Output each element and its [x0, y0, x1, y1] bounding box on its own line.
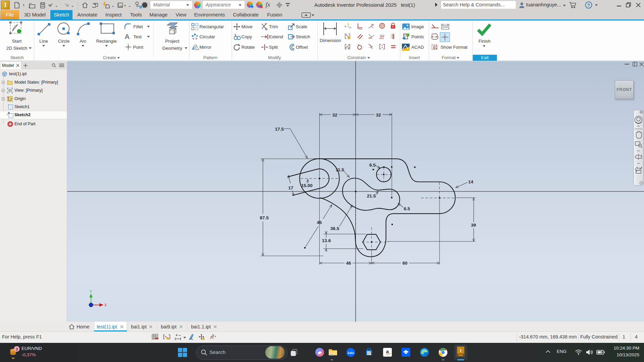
svg-text:17.5: 17.5 [275, 127, 284, 132]
svg-text:15.00: 15.00 [301, 183, 313, 188]
svg-text:39: 39 [471, 223, 476, 228]
svg-text:Zalo: Zalo [348, 351, 354, 355]
svg-text:a: a [386, 349, 389, 354]
svg-text:87.5: 87.5 [260, 215, 269, 220]
svg-text:13.6: 13.6 [322, 238, 331, 243]
svg-text:45: 45 [317, 220, 322, 225]
svg-text:PRO: PRO [458, 354, 463, 356]
svg-text:6.5: 6.5 [369, 163, 376, 168]
svg-text:?: ? [587, 3, 590, 8]
svg-text:I: I [460, 348, 461, 353]
svg-text:46: 46 [346, 261, 351, 266]
svg-text:Y: Y [90, 290, 92, 293]
svg-text:32: 32 [376, 112, 381, 118]
svg-text:36.5: 36.5 [330, 226, 339, 231]
svg-text:17: 17 [288, 185, 293, 190]
svg-text:3: 3 [16, 347, 18, 351]
svg-text:21.5: 21.5 [367, 193, 376, 198]
svg-text:X: X [104, 303, 107, 307]
svg-text:60: 60 [402, 261, 407, 266]
svg-text:32: 32 [332, 112, 337, 118]
svg-text:(x): (x) [444, 24, 447, 27]
svg-text:11.5: 11.5 [335, 167, 344, 172]
svg-text:6.5: 6.5 [404, 206, 410, 211]
svg-text:14: 14 [468, 179, 473, 184]
